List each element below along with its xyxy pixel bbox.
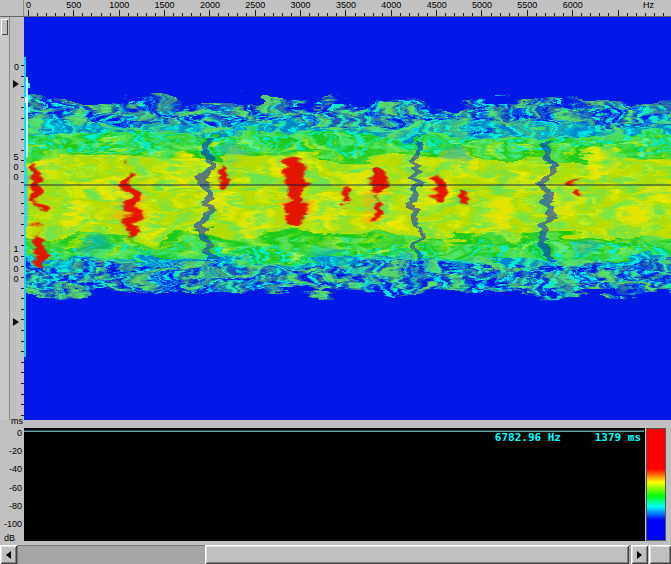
frequency-ruler-label: 1000 <box>109 0 129 10</box>
db-ruler-label: -100 <box>1 519 22 529</box>
spectrogram-image <box>24 17 671 420</box>
frequency-ruler-major-ticks <box>28 10 620 16</box>
frequency-ruler-label: 5000 <box>472 0 492 10</box>
right-triangle-marker-icon[interactable] <box>13 318 19 326</box>
scrollbar-thumb[interactable] <box>205 545 629 564</box>
time-ruler-label: 0 <box>14 62 19 72</box>
right-triangle-marker-icon[interactable] <box>13 80 19 88</box>
ruler-corner <box>0 0 24 17</box>
frequency-ruler-label: 2500 <box>245 0 265 10</box>
db-unit-label: dB <box>4 533 15 543</box>
left-ruler-column: ms dB 050010000-20-40-60-80-100 <box>0 17 24 545</box>
time-ruler-label: 500 <box>11 152 21 182</box>
frequency-ruler-label: 4500 <box>427 0 447 10</box>
color-scale-legend <box>646 428 666 541</box>
frequency-ruler-label: 3500 <box>336 0 356 10</box>
vertical-scrollbar[interactable] <box>0 17 10 420</box>
time-ruler-label: 1000 <box>11 244 21 284</box>
left-arrow-icon <box>6 551 11 559</box>
db-ruler-label: -40 <box>1 464 22 474</box>
db-ruler-label: -60 <box>1 483 22 493</box>
spectrogram-display[interactable] <box>24 17 671 420</box>
db-ruler-label: 0 <box>1 428 22 438</box>
frequency-ruler-label: 3000 <box>291 0 311 10</box>
scroll-left-button[interactable] <box>0 545 17 564</box>
scrollbar-corner <box>649 545 671 564</box>
frequency-ruler-label: 1500 <box>155 0 175 10</box>
frequency-ruler-label: 6000 <box>563 0 583 10</box>
db-ruler-label: -20 <box>1 446 22 456</box>
frequency-unit-label: Hz <box>643 0 654 10</box>
time-unit-label: ms <box>11 416 23 426</box>
vertical-scrollbar-thumb[interactable] <box>1 19 8 35</box>
spectrogram-app: Hz 0500100015002000250030003500400045005… <box>0 0 671 564</box>
spectrum-panel[interactable]: 6782.96 Hz 1379 ms <box>24 428 645 541</box>
frequency-ruler-label: 0 <box>26 0 31 10</box>
frequency-readout: 6782.96 Hz <box>495 431 561 444</box>
frequency-ruler-label: 4000 <box>381 0 401 10</box>
right-arrow-icon <box>637 551 642 559</box>
frequency-ruler-label: 2000 <box>200 0 220 10</box>
panel-divider <box>24 420 671 428</box>
time-readout: 1379 ms <box>595 431 641 444</box>
spectrum-trace <box>24 428 645 541</box>
horizontal-scrollbar[interactable] <box>0 545 671 564</box>
frequency-ruler-label: 500 <box>66 0 81 10</box>
scroll-right-button[interactable] <box>631 545 648 564</box>
frequency-ruler: Hz 0500100015002000250030003500400045005… <box>24 0 671 17</box>
db-ruler-label: -80 <box>1 501 22 511</box>
frequency-ruler-label: 5500 <box>517 0 537 10</box>
